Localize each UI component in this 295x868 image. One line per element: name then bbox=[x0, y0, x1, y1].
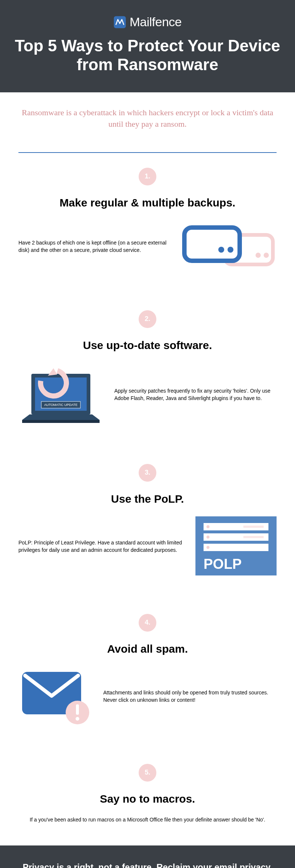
section-5: 5. Say no to macros. If a you've been as… bbox=[0, 749, 295, 846]
svg-point-2 bbox=[256, 253, 261, 258]
svg-point-22 bbox=[206, 546, 209, 549]
brand-name: Mailfence bbox=[129, 15, 181, 29]
section-5-body: If a you've been asked to run macros on … bbox=[18, 816, 277, 824]
intro-block: Ransomware is a cyberattack in which hac… bbox=[0, 92, 295, 141]
polp-card-icon: POLP bbox=[195, 516, 277, 577]
number-badge-5: 5. bbox=[139, 764, 156, 782]
number-badge-2: 2. bbox=[139, 310, 156, 328]
svg-rect-21 bbox=[243, 536, 264, 538]
laptop-update-icon: AUTOMATIC UPDATE bbox=[18, 363, 103, 427]
section-4-title: Avoid all spam. bbox=[18, 643, 277, 655]
svg-rect-17 bbox=[204, 544, 268, 551]
number-badge-4: 4. bbox=[139, 614, 156, 632]
section-3-title: Use the PoLP. bbox=[18, 493, 277, 505]
svg-point-3 bbox=[264, 253, 269, 258]
brand-logo: Mailfence bbox=[11, 15, 284, 29]
svg-marker-12 bbox=[48, 368, 57, 376]
spam-envelope-icon bbox=[18, 666, 92, 727]
footer: Privacy is a right, not a feature. Recla… bbox=[0, 845, 295, 868]
svg-rect-0 bbox=[114, 16, 126, 28]
section-5-title: Say no to macros. bbox=[18, 793, 277, 805]
number-badge-1: 1. bbox=[139, 168, 156, 185]
section-2-body: Apply security patches frequently to fix… bbox=[114, 387, 277, 402]
number-badge-3: 3. bbox=[139, 464, 156, 482]
svg-point-20 bbox=[206, 536, 209, 539]
polp-badge-text: POLP bbox=[204, 556, 242, 572]
svg-point-18 bbox=[206, 525, 209, 528]
svg-marker-9 bbox=[22, 414, 100, 420]
mailfence-logo-icon bbox=[113, 16, 126, 29]
svg-point-6 bbox=[228, 247, 233, 253]
backup-drives-icon bbox=[181, 220, 277, 273]
footer-headline: Privacy is a right, not a feature. Recla… bbox=[11, 862, 284, 868]
section-1: 1. Make regular & multiple backups. Have… bbox=[0, 153, 295, 295]
svg-rect-19 bbox=[243, 526, 264, 528]
section-4: 4. Avoid all spam. Attachments and links… bbox=[0, 599, 295, 749]
section-2: 2. Use up-to-date software. Apply securi… bbox=[0, 295, 295, 449]
section-2-title: Use up-to-date software. bbox=[18, 339, 277, 352]
intro-text: Ransomware is a cyberattack in which hac… bbox=[18, 107, 277, 130]
svg-rect-25 bbox=[76, 704, 79, 715]
svg-rect-4 bbox=[184, 228, 240, 261]
laptop-label: AUTOMATIC UPDATE bbox=[44, 403, 78, 407]
svg-rect-10 bbox=[22, 420, 100, 423]
header: Mailfence Top 5 Ways to Protect Your Dev… bbox=[0, 0, 295, 92]
section-4-body: Attachments and links should only be ope… bbox=[103, 689, 277, 704]
page-title: Top 5 Ways to Protect Your Device from R… bbox=[11, 37, 284, 74]
section-3-body: PoLP: Principle of Least Privilege. Have… bbox=[18, 539, 184, 554]
svg-point-5 bbox=[218, 247, 224, 253]
svg-point-26 bbox=[76, 717, 79, 721]
section-3: 3. Use the PoLP. PoLP: Principle of Leas… bbox=[0, 449, 295, 599]
section-1-title: Make regular & multiple backups. bbox=[18, 197, 277, 209]
section-1-body: Have 2 backups of ehich one is kept offl… bbox=[18, 239, 170, 254]
